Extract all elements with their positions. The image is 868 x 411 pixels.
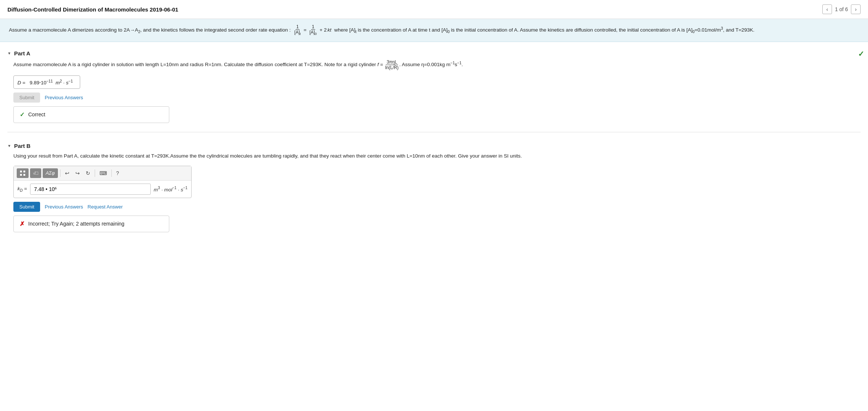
svg-rect-3: [23, 174, 25, 176]
part-b-chevron: ▼: [7, 144, 11, 148]
toolbar-sep-3: [111, 169, 112, 177]
part-b-question: Using your result from Part A, calculate…: [13, 152, 855, 161]
part-a-chevron: ▼: [7, 51, 11, 55]
page-navigation: ‹ 1 of 6 ›: [822, 4, 861, 14]
part-a-answer-box: D = 9.89⋅10−11 m2 · s−1: [13, 75, 80, 89]
part-b-x-icon: ✗: [20, 220, 25, 227]
prev-page-button[interactable]: ‹: [822, 4, 832, 14]
part-a-action-row: Submit Previous Answers: [13, 93, 855, 103]
svg-rect-2: [20, 174, 22, 176]
part-b-answer-input[interactable]: [30, 184, 151, 195]
part-a-submit-button[interactable]: Submit: [13, 93, 40, 103]
part-a-body: Assume macromolecule A is a rigid cylind…: [7, 59, 861, 123]
next-page-button[interactable]: ›: [851, 4, 861, 14]
part-b-action-row: Submit Previous Answers Request Answer: [13, 202, 855, 212]
part-a-question: Assume macromolecule A is a rigid cylind…: [13, 59, 855, 71]
part-a-answer-value: 9.89⋅10−11 m2 · s−1: [30, 80, 73, 85]
problem-intro: Assume a macromolecule A dimerizes accor…: [0, 19, 868, 42]
refresh-button[interactable]: ↻: [84, 169, 92, 178]
sigma-button[interactable]: ΑΣφ: [43, 168, 58, 178]
page-indicator: 1 of 6: [835, 6, 848, 12]
math-toolbar: √□ ΑΣφ ↩ ↪ ↻ ⌨: [14, 166, 191, 181]
part-a-result-box: ✓ Correct: [13, 106, 169, 123]
part-b-answer-label: kD =: [17, 186, 27, 192]
svg-rect-0: [20, 171, 22, 172]
part-a-answer-label: D =: [17, 80, 28, 85]
part-b-submit-button[interactable]: Submit: [13, 202, 40, 212]
toolbar-sep-2: [95, 169, 95, 177]
sqrt-button[interactable]: √□: [30, 168, 41, 178]
toolbar-sep-1: [60, 169, 61, 177]
keyboard-button[interactable]: ⌨: [97, 169, 109, 178]
part-a-label: Part A: [14, 50, 30, 56]
part-a-complete-check: ✓: [858, 49, 864, 58]
math-input-row: kD = m3 · mol−1 · s−1: [14, 181, 191, 198]
main-content: ✓ ▼ Part A Assume macromolecule A is a r…: [0, 42, 868, 249]
page-title: Diffusion-Controlled Dimerization of Mac…: [7, 6, 178, 13]
part-b-result-box: ✗ Incorrect; Try Again; 2 attempts remai…: [13, 216, 169, 232]
part-divider: [7, 132, 861, 132]
part-a-previous-answers-link[interactable]: Previous Answers: [45, 95, 83, 100]
part-a-answer-row: D = 9.89⋅10−11 m2 · s−1: [13, 75, 855, 89]
help-button[interactable]: ?: [114, 169, 121, 178]
part-b-label: Part B: [14, 143, 30, 149]
part-b-result-text: Incorrect; Try Again; 2 attempts remaini…: [28, 221, 124, 227]
part-a-check-icon: ✓: [20, 111, 25, 118]
svg-rect-1: [23, 171, 25, 172]
part-b-previous-answers-link[interactable]: Previous Answers: [45, 204, 83, 210]
redo-button[interactable]: ↪: [73, 169, 82, 178]
part-a-section: ▼ Part A Assume macromolecule A is a rig…: [7, 46, 861, 123]
part-a-result-text: Correct: [28, 111, 45, 117]
undo-button[interactable]: ↩: [63, 169, 72, 178]
matrix-button[interactable]: [17, 168, 29, 178]
part-b-body: Using your result from Part A, calculate…: [7, 152, 861, 232]
intro-text: Assume a macromolecule A dimerizes accor…: [9, 27, 754, 33]
math-editor: √□ ΑΣφ ↩ ↪ ↻ ⌨: [13, 166, 192, 198]
part-a-header[interactable]: ▼ Part A: [7, 46, 861, 59]
part-b-section: ▼ Part B Using your result from Part A, …: [7, 138, 861, 232]
part-b-unit: m3 · mol−1 · s−1: [154, 186, 187, 192]
header: Diffusion-Controlled Dimerization of Mac…: [0, 0, 868, 19]
part-b-header[interactable]: ▼ Part B: [7, 138, 861, 152]
sigma-icon-label: ΑΣφ: [46, 170, 55, 176]
part-b-request-answer-link[interactable]: Request Answer: [88, 204, 123, 210]
